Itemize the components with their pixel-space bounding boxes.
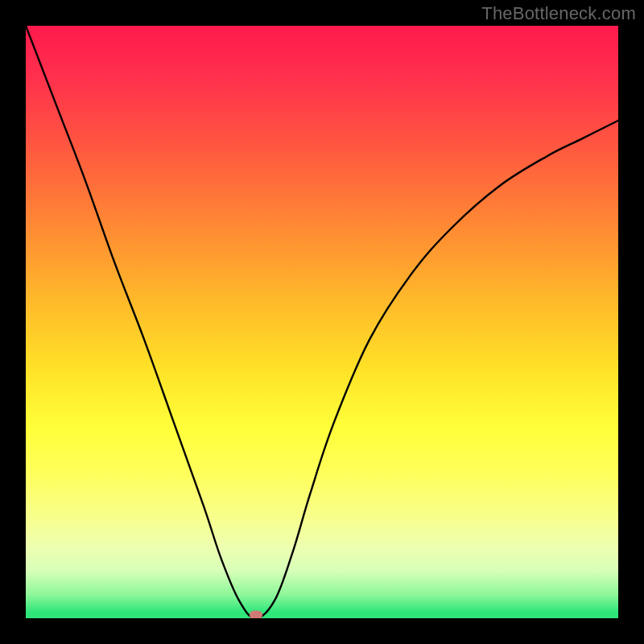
watermark-text: TheBottleneck.com	[481, 3, 636, 24]
chart-stage: TheBottleneck.com	[0, 0, 644, 644]
plot-area	[26, 26, 618, 618]
bottleneck-curve	[26, 26, 618, 618]
optimal-marker	[250, 611, 262, 618]
